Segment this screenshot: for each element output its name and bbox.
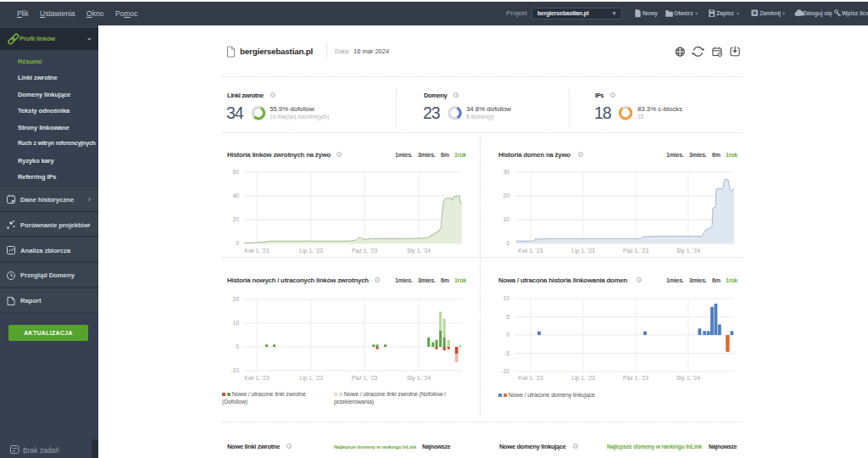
svg-text:-10: -10 [501, 368, 509, 374]
svg-text:40: 40 [232, 193, 239, 198]
svg-text:60: 60 [232, 169, 239, 175]
svg-text:20: 20 [503, 193, 509, 198]
svg-text:Kwi 1, '23: Kwi 1, '23 [518, 248, 542, 254]
svg-text:10: 10 [503, 216, 509, 222]
svg-text:Sty 1, '24: Sty 1, '24 [407, 248, 431, 254]
svg-text:Lip 1, '23: Lip 1, '23 [571, 375, 595, 382]
svg-text:Kwi 1, '23: Kwi 1, '23 [244, 248, 269, 254]
svg-text:Paź 1, '23: Paź 1, '23 [623, 248, 648, 254]
svg-text:20: 20 [232, 216, 239, 222]
svg-text:Paź 1, '23: Paź 1, '23 [352, 375, 377, 381]
svg-text:30: 30 [503, 169, 509, 175]
svg-text:Kwi 1, '23: Kwi 1, '23 [244, 375, 269, 381]
svg-text:Kwi 1, '23: Kwi 1, '23 [518, 375, 542, 381]
svg-text:Lip 1, '23: Lip 1, '23 [571, 248, 595, 254]
svg-text:Sty 1, '24: Sty 1, '24 [407, 375, 431, 382]
svg-text:Lip 1, '23: Lip 1, '23 [299, 375, 323, 382]
svg-text:Paź 1, '23: Paź 1, '23 [352, 248, 377, 254]
svg-text:Lip 1, '23: Lip 1, '23 [299, 248, 323, 254]
svg-text:20: 20 [232, 296, 239, 302]
svg-text:5: 5 [506, 314, 509, 320]
svg-text:10: 10 [232, 320, 239, 326]
svg-text:0: 0 [506, 240, 509, 246]
svg-text:-10: -10 [231, 367, 239, 373]
svg-text:0: 0 [236, 240, 239, 246]
svg-text:Paź 1, '23: Paź 1, '23 [623, 375, 648, 381]
svg-text:0: 0 [506, 332, 509, 338]
svg-text:Sty 1, '24: Sty 1, '24 [676, 248, 700, 254]
svg-text:0: 0 [236, 344, 239, 349]
svg-text:10: 10 [503, 295, 509, 301]
svg-text:-5: -5 [504, 350, 509, 356]
svg-text:Sty 1, '24: Sty 1, '24 [676, 375, 700, 382]
